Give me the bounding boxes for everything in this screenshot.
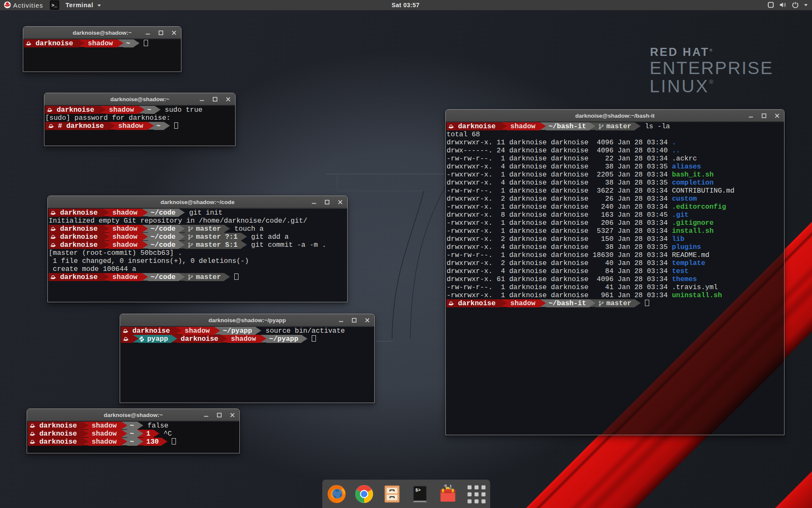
svg-text:>_: >_: [52, 3, 58, 8]
svg-text:$>: $>: [415, 488, 421, 493]
